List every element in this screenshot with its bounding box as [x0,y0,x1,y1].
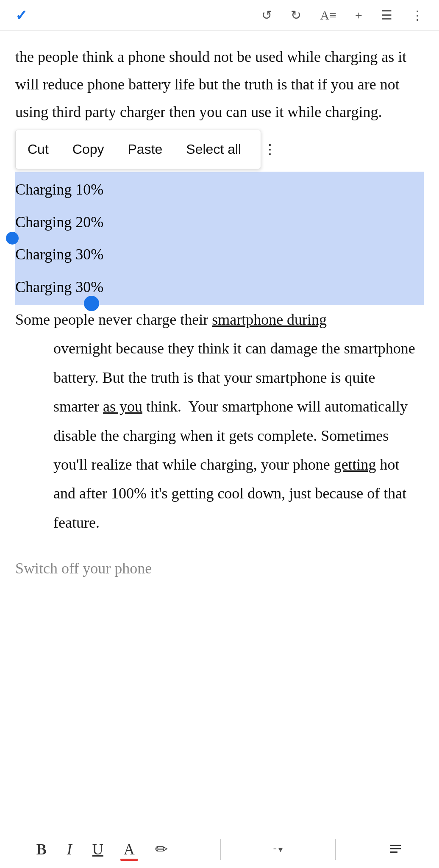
format-group-2: ≡ ▾ [270,843,286,856]
redo-icon[interactable]: ↻ [287,6,305,24]
top-toolbar: ✓ ↺ ↻ A≡ + ☰ ⋮ [0,0,439,31]
align-dropdown-arrow: ▾ [278,844,283,854]
underline-button[interactable]: U [89,839,107,860]
bottom-toolbar: B I U A ✏ ≡ ▾ [0,830,439,868]
format-group-3 [385,840,406,858]
list-button[interactable] [385,840,406,858]
copy-button[interactable]: Copy [61,134,116,164]
comment-icon[interactable]: ☰ [378,6,396,24]
more-options-icon[interactable]: ⋮ [408,6,427,24]
indent-paragraph: overnight because they think it can dama… [15,334,424,537]
context-more-icon[interactable]: ⋮ [255,134,285,164]
svg-rect-2 [390,851,397,853]
list-icon [388,842,403,857]
getting-underline: getting [334,456,376,473]
body-indent-text: overnight because they think it can dama… [53,340,415,531]
as-you-underline: as you [103,398,142,415]
selected-line-4: Charging 30% [15,271,424,303]
selection-handle-right [84,296,99,311]
text-format-icon[interactable]: A≡ [317,6,340,24]
bold-button[interactable]: B [33,839,50,860]
font-color-button[interactable]: A [120,839,138,860]
of-text: of [367,485,380,502]
svg-rect-0 [390,845,401,846]
align-button[interactable]: ≡ ▾ [270,843,286,856]
select-all-button[interactable]: Select all [174,134,253,164]
body-text-smartphone-link: smartphone during [212,311,327,328]
selected-line-3: Charging 30% [15,238,424,271]
doc-top-paragraph: the people think a phone should not be u… [15,43,424,125]
selected-lines-block: Charging 10% Charging 20% Charging 30% C… [15,172,424,305]
cut-button[interactable]: Cut [16,134,61,164]
that-text: that [383,485,406,502]
toolbar-divider-2 [335,839,336,860]
selected-line-2: Charging 20% [15,206,424,239]
paste-button[interactable]: Paste [116,134,175,164]
context-menu: Cut Copy Paste Select all ⋮ [15,130,261,169]
doc-content-top: the people think a phone should not be u… [0,31,439,169]
selection-handle-left [6,232,19,245]
italic-button[interactable]: I [64,839,75,860]
body-text-start: Some people never charge their [15,311,212,328]
selected-line-1: Charging 10% [15,173,424,206]
toolbar-divider-1 [220,839,221,860]
add-icon[interactable]: + [352,6,366,24]
svg-rect-1 [390,848,401,849]
toolbar-icons-right: ↺ ↻ A≡ + ☰ ⋮ [258,6,427,24]
selected-text-region: Charging 10% Charging 20% Charging 30% C… [0,172,439,305]
format-group-1: B I U A ✏ [33,839,171,860]
highlight-button[interactable]: ✏ [152,839,171,860]
doc-body: Some people never charge their smartphon… [0,305,439,634]
check-icon[interactable]: ✓ [12,5,31,25]
undo-icon[interactable]: ↺ [258,6,275,24]
next-section-heading: Switch off your phone [15,554,424,583]
